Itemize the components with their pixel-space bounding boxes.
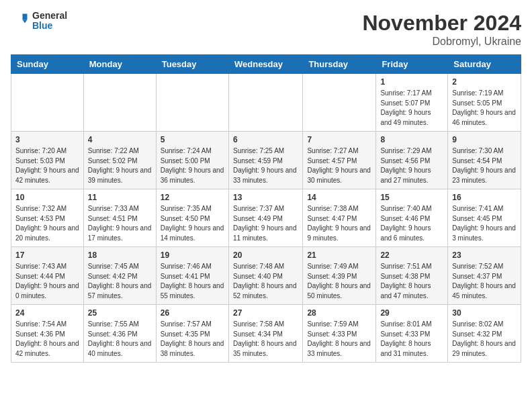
calendar-day-cell bbox=[11, 74, 84, 132]
calendar-day-header: Saturday bbox=[448, 55, 521, 74]
day-info: Sunrise: 7:57 AMSunset: 4:35 PMDaylight:… bbox=[161, 320, 224, 357]
calendar-header-row: SundayMondayTuesdayWednesdayThursdayFrid… bbox=[11, 55, 521, 74]
calendar-day-header: Tuesday bbox=[156, 55, 228, 74]
calendar-day-cell: 17 Sunrise: 7:43 AMSunset: 4:44 PMDaylig… bbox=[11, 247, 84, 305]
calendar-day-cell: 26 Sunrise: 7:57 AMSunset: 4:35 PMDaylig… bbox=[156, 305, 228, 363]
calendar-day-cell: 3 Sunrise: 7:20 AMSunset: 5:03 PMDayligh… bbox=[11, 132, 84, 189]
day-number: 14 bbox=[307, 193, 371, 202]
logo-general: General bbox=[32, 11, 67, 21]
calendar-day-header: Friday bbox=[376, 55, 448, 74]
day-info: Sunrise: 7:40 AMSunset: 4:46 PMDaylight:… bbox=[380, 205, 431, 242]
calendar-week-row: 10 Sunrise: 7:32 AMSunset: 4:53 PMDaylig… bbox=[11, 189, 521, 247]
day-info: Sunrise: 7:20 AMSunset: 5:03 PMDaylight:… bbox=[15, 147, 79, 184]
day-number: 22 bbox=[380, 250, 443, 260]
calendar-day-cell: 1 Sunrise: 7:17 AMSunset: 5:07 PMDayligh… bbox=[376, 74, 448, 132]
day-info: Sunrise: 7:30 AMSunset: 4:54 PMDaylight:… bbox=[452, 147, 516, 184]
calendar-day-cell: 24 Sunrise: 7:54 AMSunset: 4:36 PMDaylig… bbox=[11, 305, 84, 363]
day-info: Sunrise: 7:41 AMSunset: 4:45 PMDaylight:… bbox=[452, 205, 516, 242]
calendar-day-header: Wednesday bbox=[228, 55, 302, 74]
calendar-day-cell: 12 Sunrise: 7:35 AMSunset: 4:50 PMDaylig… bbox=[156, 189, 228, 247]
day-info: Sunrise: 7:33 AMSunset: 4:51 PMDaylight:… bbox=[88, 205, 152, 242]
day-info: Sunrise: 7:37 AMSunset: 4:49 PMDaylight:… bbox=[233, 205, 297, 242]
calendar-week-row: 17 Sunrise: 7:43 AMSunset: 4:44 PMDaylig… bbox=[11, 247, 521, 305]
calendar-day-cell: 29 Sunrise: 8:01 AMSunset: 4:33 PMDaylig… bbox=[376, 305, 448, 363]
calendar-day-header: Thursday bbox=[303, 55, 376, 74]
day-info: Sunrise: 7:35 AMSunset: 4:50 PMDaylight:… bbox=[161, 205, 224, 242]
month-title: November 2024 bbox=[362, 11, 521, 36]
calendar-day-cell: 9 Sunrise: 7:30 AMSunset: 4:54 PMDayligh… bbox=[448, 132, 521, 189]
calendar-week-row: 3 Sunrise: 7:20 AMSunset: 5:03 PMDayligh… bbox=[11, 132, 521, 189]
day-info: Sunrise: 7:51 AMSunset: 4:38 PMDaylight:… bbox=[380, 263, 431, 300]
day-info: Sunrise: 7:27 AMSunset: 4:57 PMDaylight:… bbox=[307, 147, 371, 184]
calendar-day-cell bbox=[303, 74, 376, 132]
day-number: 25 bbox=[88, 308, 152, 318]
calendar-day-cell bbox=[156, 74, 228, 132]
day-number: 9 bbox=[452, 135, 517, 144]
day-number: 6 bbox=[233, 135, 298, 144]
calendar-day-cell: 30 Sunrise: 8:02 AMSunset: 4:32 PMDaylig… bbox=[448, 305, 521, 363]
day-number: 27 bbox=[233, 308, 298, 318]
logo-icon bbox=[11, 11, 30, 30]
day-info: Sunrise: 7:46 AMSunset: 4:41 PMDaylight:… bbox=[161, 263, 224, 300]
calendar-day-header: Sunday bbox=[11, 55, 84, 74]
calendar-day-cell: 18 Sunrise: 7:45 AMSunset: 4:42 PMDaylig… bbox=[83, 247, 156, 305]
calendar-day-cell bbox=[83, 74, 156, 132]
calendar-day-cell bbox=[228, 74, 302, 132]
day-info: Sunrise: 7:55 AMSunset: 4:36 PMDaylight:… bbox=[88, 320, 152, 357]
day-number: 11 bbox=[88, 193, 152, 202]
calendar-day-cell: 22 Sunrise: 7:51 AMSunset: 4:38 PMDaylig… bbox=[376, 247, 448, 305]
calendar-week-row: 24 Sunrise: 7:54 AMSunset: 4:36 PMDaylig… bbox=[11, 305, 521, 363]
svg-marker-1 bbox=[23, 20, 28, 24]
day-number: 4 bbox=[88, 135, 152, 144]
day-number: 16 bbox=[452, 193, 517, 202]
day-info: Sunrise: 7:22 AMSunset: 5:02 PMDaylight:… bbox=[88, 147, 152, 184]
day-number: 12 bbox=[161, 193, 224, 202]
day-info: Sunrise: 7:49 AMSunset: 4:39 PMDaylight:… bbox=[307, 263, 371, 300]
calendar-day-cell: 5 Sunrise: 7:24 AMSunset: 5:00 PMDayligh… bbox=[156, 132, 228, 189]
day-number: 19 bbox=[161, 250, 224, 260]
day-number: 13 bbox=[233, 193, 298, 202]
location-subtitle: Dobromyl, Ukraine bbox=[362, 36, 521, 48]
day-info: Sunrise: 7:19 AMSunset: 5:05 PMDaylight:… bbox=[452, 89, 516, 126]
day-info: Sunrise: 8:01 AMSunset: 4:33 PMDaylight:… bbox=[380, 320, 431, 357]
day-number: 10 bbox=[15, 193, 79, 202]
calendar-day-cell: 4 Sunrise: 7:22 AMSunset: 5:02 PMDayligh… bbox=[83, 132, 156, 189]
day-number: 17 bbox=[15, 250, 79, 260]
day-info: Sunrise: 7:25 AMSunset: 4:59 PMDaylight:… bbox=[233, 147, 297, 184]
title-block: November 2024 Dobromyl, Ukraine bbox=[362, 11, 521, 48]
day-info: Sunrise: 7:29 AMSunset: 4:56 PMDaylight:… bbox=[380, 147, 431, 184]
logo-blue: Blue bbox=[32, 21, 67, 31]
day-number: 18 bbox=[88, 250, 152, 260]
day-info: Sunrise: 7:58 AMSunset: 4:34 PMDaylight:… bbox=[233, 320, 297, 357]
day-number: 28 bbox=[307, 308, 371, 318]
day-number: 5 bbox=[161, 135, 224, 144]
day-number: 3 bbox=[15, 135, 79, 144]
day-info: Sunrise: 7:43 AMSunset: 4:44 PMDaylight:… bbox=[15, 263, 79, 300]
calendar-day-cell: 27 Sunrise: 7:58 AMSunset: 4:34 PMDaylig… bbox=[228, 305, 302, 363]
calendar-day-cell: 2 Sunrise: 7:19 AMSunset: 5:05 PMDayligh… bbox=[448, 74, 521, 132]
calendar-body: 1 Sunrise: 7:17 AMSunset: 5:07 PMDayligh… bbox=[11, 74, 521, 363]
day-number: 15 bbox=[380, 193, 443, 202]
page-header: General Blue November 2024 Dobromyl, Ukr… bbox=[11, 11, 521, 48]
calendar-day-cell: 13 Sunrise: 7:37 AMSunset: 4:49 PMDaylig… bbox=[228, 189, 302, 247]
day-number: 8 bbox=[380, 135, 443, 144]
day-number: 30 bbox=[452, 308, 517, 318]
calendar-day-cell: 21 Sunrise: 7:49 AMSunset: 4:39 PMDaylig… bbox=[303, 247, 376, 305]
calendar-day-cell: 8 Sunrise: 7:29 AMSunset: 4:56 PMDayligh… bbox=[376, 132, 448, 189]
calendar-day-cell: 19 Sunrise: 7:46 AMSunset: 4:41 PMDaylig… bbox=[156, 247, 228, 305]
calendar-day-cell: 25 Sunrise: 7:55 AMSunset: 4:36 PMDaylig… bbox=[83, 305, 156, 363]
day-info: Sunrise: 7:48 AMSunset: 4:40 PMDaylight:… bbox=[233, 263, 297, 300]
svg-marker-0 bbox=[23, 14, 28, 20]
logo: General Blue bbox=[11, 11, 67, 32]
day-number: 23 bbox=[452, 250, 517, 260]
day-info: Sunrise: 7:52 AMSunset: 4:37 PMDaylight:… bbox=[452, 263, 516, 300]
calendar-day-cell: 7 Sunrise: 7:27 AMSunset: 4:57 PMDayligh… bbox=[303, 132, 376, 189]
calendar-day-cell: 23 Sunrise: 7:52 AMSunset: 4:37 PMDaylig… bbox=[448, 247, 521, 305]
day-number: 2 bbox=[452, 77, 517, 87]
day-number: 1 bbox=[380, 77, 443, 87]
calendar-day-cell: 20 Sunrise: 7:48 AMSunset: 4:40 PMDaylig… bbox=[228, 247, 302, 305]
calendar-day-cell: 15 Sunrise: 7:40 AMSunset: 4:46 PMDaylig… bbox=[376, 189, 448, 247]
day-info: Sunrise: 7:38 AMSunset: 4:47 PMDaylight:… bbox=[307, 205, 371, 242]
day-number: 21 bbox=[307, 250, 371, 260]
calendar-day-cell: 14 Sunrise: 7:38 AMSunset: 4:47 PMDaylig… bbox=[303, 189, 376, 247]
